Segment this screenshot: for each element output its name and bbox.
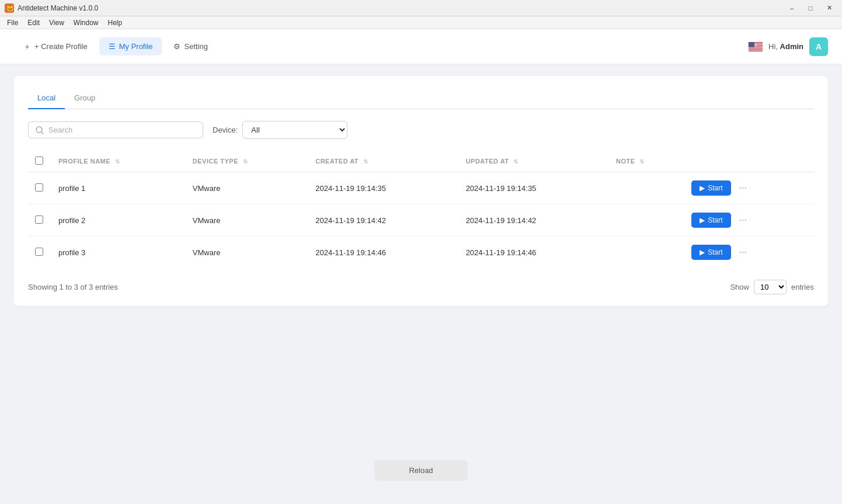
more-button-1[interactable]: ··· [736,213,750,228]
menu-window[interactable]: Window [69,18,103,28]
select-all-checkbox[interactable] [35,157,43,165]
action-cell: ▶ Start ··· [691,213,807,228]
updated-at-label: UPDATED AT [466,158,509,165]
create-profile-button[interactable]: ＋ + Create Profile [14,37,97,57]
menu-help[interactable]: Help [103,18,127,28]
flag-icon[interactable]: ★ ★ ★ ★ ★ ★ ★ ★ ★ ★ ★ ★ ★ ★ ★ ★ ★ ★ ★ ★ … [749,42,763,51]
start-label-1: Start [708,216,722,224]
sort-note-icon[interactable]: ⇅ [639,158,645,165]
row-checkbox-2[interactable] [35,248,43,256]
profile-name-label: PROFILE NAME [58,158,110,165]
svg-text:🐱: 🐱 [6,5,14,12]
sort-updated-at-icon[interactable]: ⇅ [513,158,519,165]
row-updated-at: 2024-11-19 19:14:46 [459,237,609,269]
my-profile-button[interactable]: ☰ My Profile [99,37,162,55]
row-created-at: 2024-11-19 19:14:46 [308,237,458,269]
setting-button[interactable]: ⚙ Setting [164,37,217,55]
row-actions: ▶ Start ··· [684,237,814,269]
reload-button[interactable]: Reload [374,460,468,481]
row-profile-name: profile 2 [51,204,186,237]
device-select[interactable]: All VMware Physical VirtualBox [242,121,347,139]
entries-select[interactable]: 10 25 50 100 [754,280,787,294]
menubar: File Edit View Window Help [0,16,842,29]
setting-label: Setting [184,42,207,51]
titlebar-left: 🐱 Antidetect Machine v1.0.0 [5,4,98,13]
filters-row: Device: All VMware Physical VirtualBox [28,121,814,139]
table-header-row: PROFILE NAME ⇅ DEVICE TYPE ⇅ CREATED AT … [28,151,814,172]
play-icon-0: ▶ [700,184,705,192]
username-text: Admin [780,42,803,51]
row-note [609,204,684,237]
row-device-type: VMware [186,172,308,204]
table-row: profile 3 VMware 2024-11-19 19:14:46 202… [28,237,814,269]
svg-rect-7 [749,48,763,49]
start-label-2: Start [708,248,722,256]
header-created-at: CREATED AT ⇅ [308,151,458,172]
top-nav: ＋ + Create Profile ☰ My Profile ⚙ Settin… [0,29,842,64]
maximize-button[interactable]: □ [802,2,819,15]
avatar[interactable]: A [809,37,828,56]
row-checkbox-cell [28,204,51,237]
table-row: profile 2 VMware 2024-11-19 19:14:42 202… [28,204,814,237]
row-profile-name: profile 3 [51,237,186,269]
close-button[interactable]: ✕ [821,2,837,15]
row-created-at: 2024-11-19 19:14:42 [308,204,458,237]
start-button-2[interactable]: ▶ Start [691,245,730,260]
device-type-label: DEVICE TYPE [193,158,238,165]
more-button-0[interactable]: ··· [736,180,750,196]
row-updated-at: 2024-11-19 19:14:42 [459,204,609,237]
row-updated-at: 2024-11-19 19:14:35 [459,172,609,204]
table-footer: Showing 1 to 3 of 3 entries Show 10 25 5… [28,280,814,294]
row-checkbox-cell [28,172,51,204]
play-icon-1: ▶ [700,216,705,224]
more-button-2[interactable]: ··· [736,245,750,260]
my-profile-label: My Profile [119,42,153,51]
svg-line-15 [41,132,43,134]
row-actions: ▶ Start ··· [684,204,814,237]
row-checkbox-0[interactable] [35,183,43,192]
row-note [609,172,684,204]
menu-file[interactable]: File [2,18,23,28]
svg-rect-6 [749,47,763,47]
nav-left: ＋ + Create Profile ☰ My Profile ⚙ Settin… [14,37,217,57]
start-label-0: Start [708,184,722,192]
tab-local[interactable]: Local [28,88,65,109]
profiles-table: PROFILE NAME ⇅ DEVICE TYPE ⇅ CREATED AT … [28,151,814,268]
row-checkbox-1[interactable] [35,215,43,224]
action-cell: ▶ Start ··· [691,245,807,260]
row-created-at: 2024-11-19 19:14:35 [308,172,458,204]
minimize-button[interactable]: – [784,2,800,15]
header-actions [684,151,814,172]
tabs: Local Group [28,88,814,109]
list-icon: ☰ [109,42,116,51]
svg-rect-8 [749,50,763,50]
row-profile-name: profile 1 [51,172,186,204]
header-updated-at: UPDATED AT ⇅ [459,151,609,172]
created-at-label: CREATED AT [315,158,359,165]
gear-icon: ⚙ [173,42,180,51]
start-button-0[interactable]: ▶ Start [691,180,730,196]
tab-group[interactable]: Group [65,88,105,109]
app-title: Antidetect Machine v1.0.0 [18,4,98,12]
reload-container: Reload [363,449,479,492]
table-row: profile 1 VMware 2024-11-19 19:14:35 202… [28,172,814,204]
avatar-letter: A [816,42,822,51]
show-entries: Show 10 25 50 100 entries [730,280,814,294]
sort-device-type-icon[interactable]: ⇅ [243,158,248,165]
header-note: NOTE ⇅ [609,151,684,172]
showing-entries-text: Showing 1 to 3 of 3 entries [28,283,118,291]
header-profile-name: PROFILE NAME ⇅ [51,151,186,172]
device-label: Device: [213,126,238,134]
titlebar: 🐱 Antidetect Machine v1.0.0 – □ ✕ [0,0,842,16]
search-input[interactable] [48,126,196,134]
action-cell: ▶ Start ··· [691,180,807,196]
row-note [609,237,684,269]
start-button-1[interactable]: ▶ Start [691,213,730,228]
sort-created-at-icon[interactable]: ⇅ [363,158,368,165]
show-label: Show [730,283,749,291]
row-checkbox-cell [28,237,51,269]
menu-view[interactable]: View [44,18,69,28]
menu-edit[interactable]: Edit [23,18,44,28]
row-device-type: VMware [186,237,308,269]
sort-profile-name-icon[interactable]: ⇅ [115,158,120,165]
